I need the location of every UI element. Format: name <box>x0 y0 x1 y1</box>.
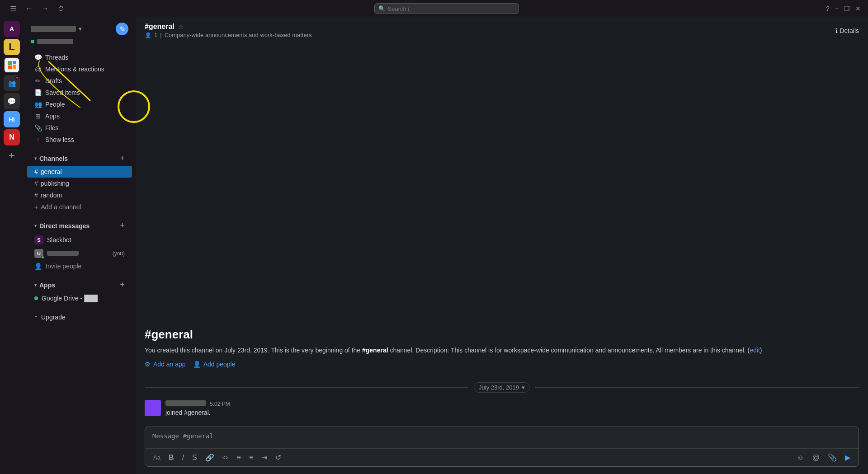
sidebar-item-files[interactable]: 📎 Files <box>27 122 132 134</box>
dm-section: ▾ Direct messages + S Slackbot U (you) <box>24 218 136 272</box>
add-channel-button[interactable]: + <box>120 154 125 163</box>
add-people-label: Add people <box>203 361 236 368</box>
numbered-list-button[interactable]: ≡ <box>234 452 244 464</box>
add-app-button[interactable]: + <box>120 280 125 290</box>
link-button[interactable]: 🔗 <box>203 451 217 464</box>
sidebar-nav: 💬 Threads @ Mentions & reactions ✏ Draft… <box>24 52 136 145</box>
sidebar-item-mentions[interactable]: @ Mentions & reactions <box>27 63 132 75</box>
app-sidebar: A L 👥 💬 HI N + <box>0 17 24 474</box>
search-icon: 🔍 <box>378 5 385 12</box>
new-message-button[interactable]: ✎ <box>116 23 128 35</box>
dm-chevron-icon: ▾ <box>34 223 37 228</box>
history-button[interactable]: ⏱ <box>55 3 67 14</box>
channel-name-general: general <box>41 168 62 175</box>
sidebar-item-saved[interactable]: 📑 Saved items <box>27 87 132 99</box>
username-text <box>37 39 73 44</box>
send-button[interactable]: ▶ <box>842 451 853 464</box>
attachment-button[interactable]: 📎 <box>825 451 840 464</box>
channels-section-header[interactable]: ▾ Channels + <box>27 151 132 166</box>
restore-button[interactable]: ❐ <box>844 5 850 12</box>
message-avatar <box>145 400 161 416</box>
channels-section: ▾ Channels + # general # publishing # ra… <box>24 151 136 213</box>
add-app-action-button[interactable]: ⚙ Add an app <box>145 361 186 368</box>
channel-name-publishing: publishing <box>41 180 69 187</box>
date-divider-label[interactable]: July 23rd, 2019 ▾ <box>474 382 530 393</box>
dm-item-you[interactable]: U (you) <box>27 247 132 260</box>
message-input-wrapper: Aa B I S 🔗 <> ≡ ≡ ⇥ ↺ ☺ @ 📎 <box>145 427 859 467</box>
channel-item-general[interactable]: # general <box>27 166 132 178</box>
show-less-label: Show less <box>45 136 125 143</box>
workspace-icon-n[interactable]: N <box>4 129 20 145</box>
sidebar-apps-section-header[interactable]: ▾ Apps + <box>27 277 132 292</box>
sidebar-item-show-less[interactable]: ↑ Show less <box>27 134 132 145</box>
message-input[interactable] <box>145 427 859 447</box>
code-button[interactable]: <> <box>220 453 231 463</box>
hash-icon-publishing: # <box>34 180 38 187</box>
sidebar-item-apps[interactable]: ⊞ Apps <box>27 110 132 122</box>
star-icon[interactable]: ☆ <box>178 23 184 30</box>
indent-button[interactable]: ⇥ <box>259 451 270 464</box>
workspace-icon-l[interactable]: L <box>4 39 20 55</box>
you-name <box>47 250 109 257</box>
channel-sidebar: ▾ ✎ 💬 Threads @ Mentions & reactions ✏ D… <box>24 17 136 474</box>
mention-button[interactable]: @ <box>810 452 822 464</box>
close-button[interactable]: ✕ <box>855 5 861 12</box>
help-button[interactable]: ? <box>826 5 830 12</box>
intro-desc-start: You created this channel on July 23rd, 2… <box>145 347 362 354</box>
search-bar[interactable]: 🔍 <box>374 3 519 14</box>
date-divider: July 23rd, 2019 ▾ <box>145 382 859 393</box>
workspace-icon-5[interactable]: 👥 <box>4 75 20 91</box>
details-button[interactable]: ℹ Details <box>835 27 859 34</box>
upgrade-section: ↑ Upgrade <box>24 311 136 323</box>
workspace-icon-hi[interactable]: HI <box>4 111 20 127</box>
message-row: 5:02 PM joined #general. <box>145 400 859 418</box>
bold-button[interactable]: B <box>166 452 177 464</box>
dm-item-slackbot[interactable]: S Slackbot <box>27 233 132 247</box>
members-icon: 👤 <box>145 32 151 38</box>
slackbot-name: Slackbot <box>47 236 125 244</box>
channel-description: Company-wide announcements and work-base… <box>165 32 312 38</box>
bullet-list-button[interactable]: ≡ <box>246 452 256 464</box>
upgrade-item[interactable]: ↑ Upgrade <box>27 311 132 323</box>
workspace-icon-a[interactable]: A <box>4 21 20 37</box>
channel-item-publishing[interactable]: # publishing <box>27 178 132 189</box>
channel-item-random[interactable]: # random <box>27 189 132 201</box>
sidebar-item-people[interactable]: 👥 People <box>27 99 132 110</box>
search-input[interactable] <box>388 5 515 12</box>
invite-people-link[interactable]: 👤 Invite people <box>27 260 132 272</box>
titlebar-right: ? − ❐ ✕ <box>826 5 861 12</box>
undo-button[interactable]: ↺ <box>273 451 284 464</box>
channels-chevron-icon: ▾ <box>34 156 37 161</box>
sidebar-item-threads[interactable]: 💬 Threads <box>27 52 132 63</box>
dm-section-header[interactable]: ▾ Direct messages + <box>27 218 132 233</box>
google-drive-item[interactable]: Google Drive - ███ <box>27 292 132 304</box>
italic-button[interactable]: I <box>179 452 186 464</box>
message-area: #general You created this channel on Jul… <box>136 44 868 421</box>
add-dm-button[interactable]: + <box>120 221 125 230</box>
workspace-icon-6[interactable]: 💬 <box>4 93 20 109</box>
forward-button[interactable]: → <box>39 3 52 14</box>
add-people-action-button[interactable]: 👤 Add people <box>193 361 236 368</box>
hamburger-menu[interactable]: ☰ <box>7 3 19 15</box>
emoji-button[interactable]: ☺ <box>794 452 807 464</box>
add-channel-plus-icon: + <box>34 203 38 211</box>
workspace-icon-3[interactable] <box>4 57 20 73</box>
invite-people-icon: 👤 <box>34 263 42 270</box>
add-channel-link[interactable]: + Add a channel <box>27 201 132 213</box>
sidebar-item-drafts[interactable]: ✏ Drafts <box>27 75 132 87</box>
format-button[interactable]: Aa <box>151 452 163 463</box>
intro-desc-end: ) <box>760 347 762 354</box>
back-button[interactable]: ← <box>23 3 35 14</box>
channel-meta: 👤 1 | Company-wide announcements and wor… <box>145 32 312 38</box>
workspace-name[interactable]: ▾ <box>31 26 81 32</box>
strikethrough-button[interactable]: S <box>189 452 200 464</box>
date-divider-text: July 23rd, 2019 <box>479 384 519 391</box>
message-text: joined #general. <box>165 408 859 418</box>
sidebar-apps-section: ▾ Apps + Google Drive - ███ <box>24 277 136 304</box>
edit-link[interactable]: edit <box>750 347 760 354</box>
upgrade-label: Upgrade <box>41 314 66 321</box>
minimize-button[interactable]: − <box>835 5 839 12</box>
members-count: 1 <box>154 32 157 38</box>
add-workspace-button[interactable]: + <box>4 147 20 164</box>
message-sender <box>165 400 206 407</box>
